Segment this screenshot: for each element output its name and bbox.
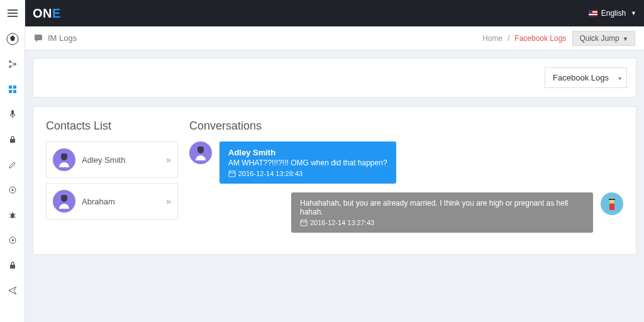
- avatar: [53, 190, 75, 213]
- message-bubble: Adley Smith AM WHAT??!!!?!!! OMG when di…: [219, 142, 396, 184]
- svg-rect-5: [9, 86, 12, 89]
- conversations-heading: Conversations: [189, 119, 623, 133]
- grid-icon[interactable]: [0, 77, 25, 102]
- app-logo[interactable]: ONE: [33, 6, 61, 21]
- svg-rect-9: [11, 110, 14, 115]
- share-icon[interactable]: [0, 52, 25, 77]
- log-type-select[interactable]: Facebook Logs: [545, 67, 627, 88]
- message-time: 2016-12-14 13:27:43: [310, 219, 374, 226]
- quick-jump-button[interactable]: Quick Jump ▼: [572, 31, 635, 46]
- calendar-icon: [228, 170, 236, 177]
- main-content: Facebook Logs Contacts List Adley Smith …: [25, 50, 644, 262]
- contact-name: Abraham: [82, 197, 160, 206]
- message-time: 2016-12-14 13:28:43: [238, 170, 303, 177]
- language-label: English: [601, 9, 626, 18]
- contact-item[interactable]: Adley Smith »: [46, 142, 178, 178]
- message-bubble: Hahahahah, but you are already married. …: [291, 192, 593, 233]
- chevron-down-icon: ▼: [631, 10, 636, 16]
- svg-marker-15: [12, 239, 14, 242]
- logo-text-main: ON: [33, 6, 52, 20]
- lock-icon[interactable]: [0, 127, 25, 152]
- svg-rect-10: [10, 139, 15, 143]
- avatar: [189, 142, 212, 164]
- conversations-column: Conversations Adley Smith AM WHAT??!!!?!…: [189, 119, 623, 242]
- message-text: AM WHAT??!!!?!!! OMG when did that happe…: [228, 158, 387, 167]
- breadcrumb-current: Facebook Logs: [514, 34, 566, 43]
- svg-rect-22: [197, 147, 204, 150]
- avatar: [601, 192, 623, 215]
- chevron-right-icon: »: [166, 196, 171, 206]
- target-icon[interactable]: [0, 177, 25, 203]
- contacts-heading: Contacts List: [46, 119, 178, 133]
- breadcrumb-bar: IM Logs Home / Facebook Logs Quick Jump …: [25, 26, 644, 50]
- svg-point-13: [11, 213, 14, 218]
- chat-icon: [34, 34, 44, 43]
- page-title-text: IM Logs: [48, 33, 77, 43]
- svg-rect-18: [61, 153, 67, 157]
- topbar: ONE English ▼: [25, 0, 644, 26]
- breadcrumb-sep: /: [508, 34, 509, 43]
- language-selector[interactable]: English ▼: [589, 9, 636, 18]
- svg-rect-7: [9, 90, 12, 93]
- left-sidebar: [0, 0, 25, 322]
- message-meta: 2016-12-14 13:28:43: [228, 170, 387, 177]
- message-sender: Adley Smith: [228, 148, 387, 157]
- breadcrumb-home[interactable]: Home: [482, 34, 502, 43]
- message-row-incoming: Adley Smith AM WHAT??!!!?!!! OMG when di…: [189, 142, 623, 184]
- contacts-column: Contacts List Adley Smith » Abraham »: [46, 119, 178, 242]
- filter-panel: Facebook Logs: [33, 58, 636, 97]
- svg-rect-26: [609, 204, 614, 210]
- workspace-panel: Contacts List Adley Smith » Abraham » Co…: [33, 106, 636, 255]
- svg-rect-24: [301, 220, 307, 226]
- contact-item[interactable]: Abraham »: [46, 183, 178, 219]
- hamburger-menu[interactable]: [0, 0, 25, 26]
- calendar-icon: [300, 219, 308, 226]
- message-row-outgoing: Hahahahah, but you are already married. …: [189, 192, 623, 233]
- svg-rect-8: [13, 90, 16, 93]
- logo-text-accent: E: [52, 6, 61, 20]
- play-icon[interactable]: [0, 228, 25, 253]
- mic-icon[interactable]: [0, 102, 25, 127]
- flag-icon: [589, 10, 597, 16]
- svg-rect-6: [13, 86, 16, 89]
- bug-icon[interactable]: [0, 203, 25, 228]
- quick-jump-label: Quick Jump: [579, 34, 619, 43]
- select-value: Facebook Logs: [553, 73, 609, 82]
- page-title: IM Logs: [34, 33, 77, 43]
- contact-name: Adley Smith: [82, 155, 160, 165]
- avatar: [53, 148, 75, 171]
- breadcrumb: Home / Facebook Logs: [482, 34, 566, 43]
- soccer-icon[interactable]: [0, 26, 25, 52]
- svg-rect-16: [10, 265, 15, 269]
- svg-rect-27: [609, 199, 615, 200]
- svg-point-12: [11, 189, 13, 191]
- chevron-right-icon: »: [166, 155, 171, 165]
- svg-rect-20: [61, 195, 67, 199]
- message-text: Hahahahah, but you are already married. …: [300, 199, 584, 216]
- message-meta: 2016-12-14 13:27:43: [300, 219, 584, 226]
- svg-rect-23: [229, 171, 235, 177]
- chevron-down-icon: ▼: [623, 36, 628, 42]
- edit-icon[interactable]: [0, 152, 25, 177]
- padlock-icon[interactable]: [0, 253, 25, 278]
- send-icon[interactable]: [0, 278, 25, 303]
